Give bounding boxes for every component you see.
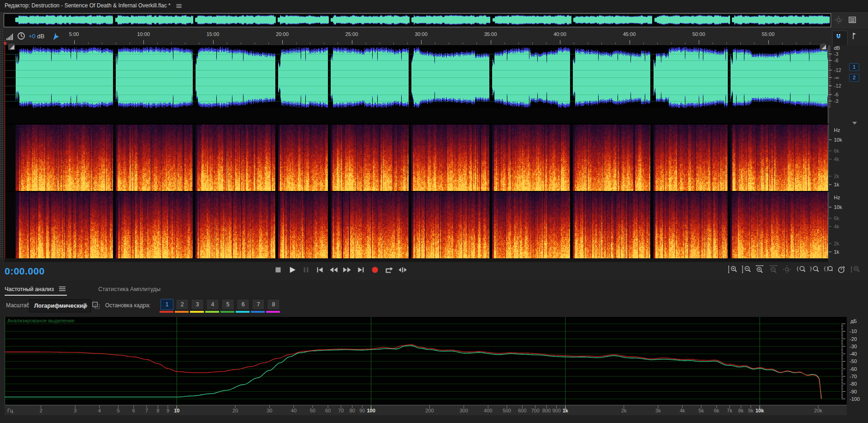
collapse-handle-icon[interactable] [852, 122, 857, 125]
marker-icon[interactable] [849, 31, 858, 42]
hold-button-2[interactable]: 2 [176, 299, 189, 310]
transport-record-button[interactable] [370, 265, 382, 277]
transport-forward-button[interactable] [342, 265, 354, 277]
hold-button-6[interactable]: 6 [237, 299, 250, 310]
ruler-tick [157, 42, 158, 44]
channel-2-badge[interactable]: 2 [849, 74, 859, 82]
ruler-tick [588, 42, 588, 44]
ruler-tick [754, 42, 755, 44]
chart-x-tick-label: 10 [174, 408, 179, 413]
zoom-in-vertical-button[interactable] [728, 265, 740, 277]
transport-row: 0:00.000 {}{} [0, 262, 868, 280]
spectrogram-right-channel[interactable] [5, 192, 828, 258]
tab-menu-icon[interactable] [58, 284, 67, 295]
chart-x-tick-label: 2k [621, 408, 627, 413]
chart-x-tick-label: 7k [727, 408, 732, 413]
chart-x-tick-label: 6k [714, 408, 719, 413]
ruler-tick [463, 42, 463, 44]
zoom-in-point-button[interactable]: { [796, 265, 808, 277]
hold-button-4[interactable]: 4 [206, 299, 219, 310]
transport-play-button[interactable] [287, 265, 299, 277]
ruler-tick [185, 42, 185, 44]
chart-y-tick-label: -10 [850, 328, 857, 334]
ruler-tick [518, 42, 519, 44]
zoom-out-vertical-button[interactable] [742, 265, 754, 277]
time-display[interactable]: 0:00.000 [5, 266, 45, 277]
waveform-db-label: -12 [834, 83, 841, 89]
hold-color-bar [266, 311, 280, 313]
tab-amplitude-statistics[interactable]: Статистика Амплитуды [98, 284, 161, 295]
scale-select[interactable]: Логарифмический [29, 299, 91, 312]
lane-divider [5, 258, 828, 262]
waveform-db-label: dB [834, 45, 840, 51]
transport-stop-button[interactable] [273, 265, 285, 277]
waveform-margin [5, 108, 828, 124]
hud-corner-icon[interactable] [8, 43, 15, 50]
chart-x-tick-label: 8k [738, 408, 744, 413]
hold-button-5[interactable]: 5 [221, 299, 234, 310]
chart-x-tick-label: 2 [40, 408, 42, 413]
hold-label: Остановка кадра: [105, 302, 150, 309]
overview-waveform-frame[interactable] [4, 13, 831, 27]
transport-skip-start-button[interactable] [315, 265, 327, 277]
editor-title: Редактор: Destruction - Sentence Of Deat… [5, 2, 171, 9]
zoom-navigate-icon[interactable] [834, 15, 843, 26]
chart-x-tick-label: 80 [350, 408, 355, 413]
chart-x-tick-label: 8 [156, 408, 159, 413]
zoom-out-point-button[interactable]: } [809, 265, 821, 277]
chart-x-tick-label: 7 [145, 408, 148, 413]
chart-x-tick-label: 3 [74, 408, 77, 413]
transport-skip-end-button[interactable] [356, 265, 368, 277]
chart-y-tick-label: -40 [850, 351, 857, 357]
waveform-db-label: -6 [834, 58, 838, 63]
lane-divider[interactable] [5, 124, 828, 125]
zoom-out-horizontal-button[interactable] [769, 265, 781, 277]
hold-color-bar [190, 311, 204, 313]
zoom-timer-button[interactable] [837, 265, 849, 277]
transport-skip-mode-button[interactable] [398, 265, 410, 277]
channel-1-badge[interactable]: 1 [849, 63, 859, 71]
chart-x-tick-label: 9 [166, 408, 169, 413]
spectrogram-hz-label: 10k [834, 137, 842, 143]
chart-y-tick-label: -50 [850, 358, 857, 364]
tab-frequency-analysis[interactable]: Частотный анализ [5, 284, 67, 296]
ruler-time-label: 15:00 [202, 31, 224, 37]
scale-select-value: Логарифмический [34, 303, 87, 309]
hold-button-8[interactable]: 8 [267, 299, 280, 310]
panel-grip[interactable] [0, 29, 4, 258]
zoom-full-button[interactable] [850, 265, 862, 277]
chart-x-tick-label: 50 [310, 408, 315, 413]
zoom-reset-button[interactable] [782, 265, 794, 277]
spectrogram-hz-label: 6k [834, 215, 839, 221]
frequency-chart[interactable]: Анализированое выделениедБ-10-20-30-40-5… [0, 316, 868, 423]
ruler-time-label: 55:00 [757, 31, 779, 37]
scale-label: Масштаб: [6, 302, 31, 309]
spectrogram-left-channel[interactable] [5, 125, 828, 191]
transport-pause-button[interactable] [301, 265, 313, 277]
chart-x-tick-label: 6 [132, 408, 135, 413]
copy-frame-icon[interactable] [91, 301, 101, 312]
transport-rewind-button[interactable] [328, 265, 340, 277]
hold-button-7[interactable]: 7 [252, 299, 265, 310]
ruler-tick [505, 42, 505, 44]
hold-button-1[interactable]: 1 [161, 299, 173, 310]
chart-y-tick-label: -60 [850, 366, 857, 372]
panel-list-icon[interactable] [848, 15, 857, 26]
playhead[interactable] [5, 40, 5, 258]
zoom-in-horizontal-button[interactable] [755, 265, 767, 277]
hold-color-bar [251, 311, 265, 313]
editor-menu-icon[interactable] [175, 2, 183, 12]
transport-loop-button[interactable] [384, 265, 396, 277]
zoom-selection-button[interactable]: {} [823, 265, 835, 277]
lane-divider[interactable] [5, 191, 828, 192]
timeline-ruler[interactable]: 5:0010:0015:0020:0025:0030:0035:0040:004… [0, 29, 829, 45]
chart-x-tick-label: 20 [232, 408, 238, 413]
hold-button-3[interactable]: 3 [191, 299, 204, 310]
hud-corner-icon[interactable] [820, 43, 827, 50]
hold-color-bar [160, 311, 173, 313]
chart-annotation: Анализированое выделение [7, 318, 75, 323]
overview-waveform[interactable] [4, 14, 830, 26]
snap-magnet-icon[interactable] [832, 30, 848, 46]
waveform-display[interactable] [5, 45, 828, 108]
ruler-tick [491, 40, 491, 44]
